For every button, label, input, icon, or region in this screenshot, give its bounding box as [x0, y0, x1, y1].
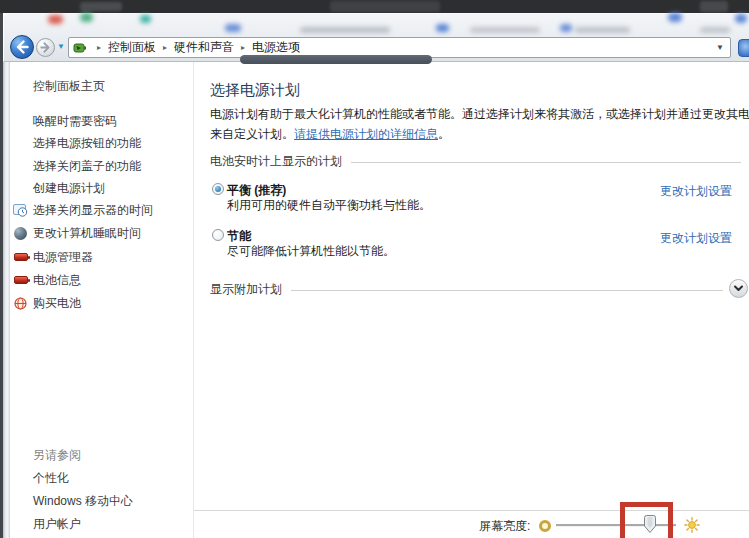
plan-description-line1: 电源计划有助于最大化计算机的性能或者节能。通过选择计划来将其激活，或选择计划并通…	[210, 106, 749, 123]
battery-meter-plans-label: 电池安时计上显示的计划	[210, 153, 342, 170]
power-options-screenshot: ▼ ▸ 控制面板 ▸ 硬件和声音 ▸ 电源选项 ▼ 控制面板主页 唤醒时需要密码…	[0, 0, 749, 538]
sidebar-item-power-manager[interactable]: 电源管理器	[13, 249, 191, 265]
expand-additional-plans-button[interactable]	[729, 279, 748, 298]
sidebar-item-user-accounts[interactable]: 用户帐户	[13, 516, 191, 532]
blurred-content	[436, 24, 449, 32]
forward-icon	[37, 39, 54, 56]
sidebar-item-battery-info[interactable]: 电池信息	[13, 272, 191, 288]
power-options-icon	[73, 41, 87, 55]
additional-plans-group: 显示附加计划	[210, 281, 723, 298]
balanced-plan-description: 利用可用的硬件自动平衡功耗与性能。	[227, 197, 431, 214]
sidebar-item-control-panel-home[interactable]: 控制面板主页	[13, 78, 191, 94]
plan-details-link[interactable]: 请提供电源计划的详细信息	[294, 127, 438, 141]
plan-description-line2: 来自定义计划。请提供电源计划的详细信息。	[210, 126, 450, 143]
blurred-content	[48, 15, 63, 24]
sidebar-see-also-header: 另请参阅	[13, 447, 191, 463]
blurred-content	[700, 27, 730, 33]
sleep-moon-icon	[13, 227, 28, 240]
sidebar-item-sleep-time[interactable]: 更改计算机睡眠时间	[13, 225, 191, 241]
blurred-content	[470, 27, 540, 33]
sidebar-item-create-plan[interactable]: 创建电源计划	[13, 180, 191, 196]
back-button[interactable]	[10, 35, 34, 59]
battery-icon	[13, 276, 28, 284]
screen-brightness-label: 屏幕亮度:	[479, 518, 530, 535]
power-saver-change-settings-link[interactable]: 更改计划设置	[660, 230, 732, 247]
blurred-content	[575, 27, 630, 33]
blurred-content	[80, 13, 93, 22]
page-title: 选择电源计划	[210, 81, 300, 100]
sidebar-item-require-password[interactable]: 唤醒时需要密码	[13, 113, 191, 129]
blurred-content	[80, 2, 122, 11]
chevron-down-icon	[732, 282, 745, 295]
brightness-dim-icon	[539, 520, 551, 532]
back-icon	[11, 36, 33, 58]
sidebar-item-buy-battery[interactable]: 购买电池	[13, 295, 191, 311]
breadcrumb-separator-icon[interactable]: ▸	[241, 43, 245, 52]
blurred-content	[700, 1, 728, 12]
window-left-border	[3, 62, 10, 538]
battery-icon	[13, 253, 28, 261]
blurred-content	[330, 1, 440, 12]
breadcrumb-power-options[interactable]: 电源选项	[252, 39, 300, 56]
brightness-bright-icon	[684, 517, 700, 537]
blurred-content	[225, 24, 241, 32]
additional-plans-label: 显示附加计划	[210, 281, 282, 298]
address-history-caret-icon[interactable]: ▼	[716, 43, 724, 52]
balanced-change-settings-link[interactable]: 更改计划设置	[660, 183, 732, 200]
breadcrumb-separator-icon[interactable]: ▸	[97, 43, 101, 52]
power-saver-plan-description: 尽可能降低计算机性能以节能。	[227, 243, 395, 260]
sidebar-item-power-buttons[interactable]: 选择电源按钮的功能	[13, 135, 191, 151]
breadcrumb-separator-icon[interactable]: ▸	[163, 43, 167, 52]
globe-icon	[13, 297, 28, 310]
battery-meter-plans-group: 电池安时计上显示的计划	[210, 153, 741, 170]
balanced-plan-radio[interactable]	[212, 183, 224, 195]
blurred-content	[735, 14, 747, 23]
blurred-content	[560, 24, 572, 32]
sidebar: 控制面板主页 唤醒时需要密码 选择电源按钮的功能 选择关闭盖子的功能 创建电源计…	[10, 62, 193, 538]
group-divider-line	[291, 290, 723, 291]
forward-button[interactable]	[36, 38, 55, 57]
display-clock-icon	[13, 204, 28, 217]
blurred-content	[140, 15, 151, 23]
group-divider-line	[351, 162, 741, 163]
annotation-highlight-rectangle	[620, 502, 673, 538]
breadcrumb-control-panel[interactable]: 控制面板	[108, 39, 156, 56]
blurred-content	[300, 27, 390, 33]
blurred-content	[668, 13, 682, 22]
refresh-button-partial[interactable]	[738, 39, 749, 57]
sidebar-divider	[193, 62, 194, 538]
plan-description-line2-text: 来自定义计划。	[210, 127, 294, 141]
sidebar-item-lid-close[interactable]: 选择关闭盖子的功能	[13, 158, 191, 174]
sidebar-item-personalization[interactable]: 个性化	[13, 470, 191, 486]
power-saver-plan-radio[interactable]	[212, 229, 224, 241]
breadcrumb-hardware-sound[interactable]: 硬件和声音	[174, 39, 234, 56]
sidebar-item-mobility-center[interactable]: Windows 移动中心	[13, 493, 191, 509]
blurred-censor-bar	[240, 55, 432, 64]
recent-pages-dropdown[interactable]: ▼	[57, 42, 65, 51]
plan-description-line2-end: 。	[438, 127, 450, 141]
background-window-titlebar	[0, 0, 749, 13]
sidebar-item-display-off-time[interactable]: 选择关闭显示器的时间	[13, 202, 191, 218]
